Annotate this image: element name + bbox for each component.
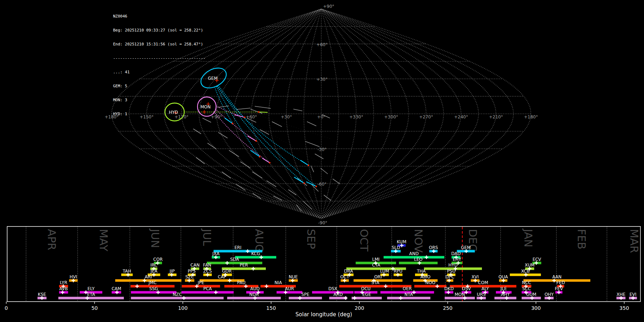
shower-bar-label-fan: FAN xyxy=(203,263,211,268)
sporadic-meteor xyxy=(305,141,319,147)
shower-bar-label-eta: ETA xyxy=(87,292,95,297)
shower-bar-ssg xyxy=(131,291,176,294)
shower-bar-label-scc: SCC xyxy=(522,286,531,291)
shower-trail xyxy=(215,109,256,141)
shower-bar-label-kse: KSE xyxy=(38,292,46,297)
shower-meteor xyxy=(234,115,245,117)
shower-bar-label-tha: THA xyxy=(416,269,426,274)
sporadic-meteor xyxy=(307,122,316,126)
shower-bar-pca xyxy=(181,291,234,294)
sporadic-meteor xyxy=(253,193,261,199)
shower-meteor xyxy=(262,158,270,163)
shower-bar-label-fed: FED xyxy=(556,280,565,285)
sporadic-meteor xyxy=(236,184,245,190)
shower-bar-nta xyxy=(387,297,430,299)
shower-bar-label-evi: EVI xyxy=(630,292,636,297)
sporadic-meteors xyxy=(193,106,340,211)
shower-bar-label-xum: XUM xyxy=(525,263,535,268)
shower-bar-label-nzc: NZC xyxy=(173,292,182,297)
shower-bar-label-aur: AUR xyxy=(285,286,294,291)
sporadic-meteor xyxy=(208,143,216,149)
shower-bar-label-urs: URS xyxy=(477,292,486,297)
axis-tick-label: 200 xyxy=(355,305,364,311)
shower-trail xyxy=(218,86,304,183)
count-sporadic: ...: 41 xyxy=(113,70,205,74)
latitude-label: +60° xyxy=(316,42,327,47)
longitude-label: +270° xyxy=(419,114,433,119)
month-label: MAY xyxy=(97,229,110,252)
shower-bar-label-gem: GEM xyxy=(461,245,470,250)
meteor-end-marker xyxy=(308,165,309,166)
shower-bar-mon xyxy=(445,297,475,299)
shower-bar-aur xyxy=(277,291,302,294)
shower-trail xyxy=(217,86,308,165)
sporadic-meteor xyxy=(218,132,228,138)
shower-bar-label-nia: NIA xyxy=(274,280,282,285)
shower-trail xyxy=(216,87,260,157)
longitude-label: +210° xyxy=(489,114,503,119)
shower-bar-label-jmc: JMC xyxy=(148,280,156,285)
latitude-label: -30° xyxy=(317,147,327,152)
radiant-and-activity-plot: +180°+150°+120°+90°+60°+30°+0°+330°+300°… xyxy=(0,0,644,322)
observation-begin: Beg: 20251210 09:33:27 (sol = 258.22°) xyxy=(113,28,205,33)
shower-bar-label-mon: MON xyxy=(455,292,465,297)
sporadic-meteor xyxy=(196,157,205,164)
shower-bar-label-xhe: XHE xyxy=(616,292,625,297)
sporadic-meteor xyxy=(293,109,302,111)
shower-bar-label-psu: PSU xyxy=(447,269,456,274)
shower-trail xyxy=(218,85,316,186)
month-label: OCT xyxy=(358,229,370,252)
shower-bar-label-pca: PCA xyxy=(203,286,212,291)
count-hyd: HYD: 1 xyxy=(113,112,205,116)
sporadic-meteor xyxy=(267,181,276,187)
shower-bar-label-ohy: OHY xyxy=(545,292,554,297)
faint-trail xyxy=(213,107,312,193)
shower-bar-spe xyxy=(289,297,322,299)
month-label: SEP xyxy=(305,229,317,249)
shower-bar-label-and: AND xyxy=(409,251,419,256)
month-label: JAN xyxy=(522,228,535,247)
shower-bar-label-dpc: DPC xyxy=(445,274,454,279)
shower-bar-label-oer: OER xyxy=(403,286,412,291)
separator-line: --------------------------------------- xyxy=(113,56,205,60)
x-axis-title: Solar longitude (deg) xyxy=(296,311,352,318)
shower-bar-kcg xyxy=(235,256,276,259)
shower-bar-label-ncc: NCC xyxy=(522,280,531,285)
meteor-end-marker xyxy=(259,156,260,157)
longitude-label: +240° xyxy=(454,114,468,119)
shower-bar-label-leo: LEO xyxy=(414,257,423,262)
sporadic-meteor xyxy=(240,162,250,168)
shower-bar-label-ori: ORI xyxy=(374,274,382,279)
meteor-end-marker xyxy=(303,182,305,184)
shower-bar-label-ahy: AHY xyxy=(501,292,510,297)
station-id: NZ0046 xyxy=(113,14,205,19)
shower-bars: KUMERISLDORSGEMJXAKCGANDDADCORSDALMILEOE… xyxy=(38,239,637,300)
shower-bar-label-ocu: OCU xyxy=(361,286,371,291)
shower-bar-label-ecv: ECV xyxy=(532,257,541,262)
shower-bar-label-dkd: DKD xyxy=(444,286,454,291)
shower-bar-label-dsx: DSX xyxy=(328,286,337,291)
sporadic-meteor xyxy=(260,130,269,135)
axis-tick-label: 50 xyxy=(91,305,98,311)
shower-bar-label-amo: AMO xyxy=(420,274,430,279)
meteor-station-report: +180°+150°+120°+90°+60°+30°+0°+330°+300°… xyxy=(0,0,644,322)
sporadic-meteor xyxy=(255,106,271,108)
shower-bar-label-lyr: LYR xyxy=(60,280,67,285)
radiant-label-gem: GEM xyxy=(208,76,218,81)
shower-meteor xyxy=(259,112,268,112)
shower-bar-label-jea: JEA xyxy=(150,269,158,274)
shower-bar-label-zcs: ZCS xyxy=(203,269,212,274)
month-label: MAR xyxy=(628,229,640,253)
activity-timeline: APRMAYJUNJULAUGSEPOCTNOVDECJANFEBMARKUME… xyxy=(5,226,640,318)
axis-tick-label: 100 xyxy=(178,305,188,311)
shower-bar-label-can: CAN xyxy=(190,263,200,268)
x-axis: 050100150200250300350Solar longitude (de… xyxy=(5,302,629,318)
month-label: AUG xyxy=(253,229,265,253)
sporadic-meteor xyxy=(252,172,262,178)
faint-trail xyxy=(234,106,301,208)
month-label: APR xyxy=(45,229,58,250)
shower-bar-label-gum: GUM xyxy=(526,292,536,297)
meteor-end-marker xyxy=(244,117,245,118)
shower-bar-label-xcb: XCB xyxy=(521,269,530,274)
longitude-label: +330° xyxy=(349,114,363,119)
